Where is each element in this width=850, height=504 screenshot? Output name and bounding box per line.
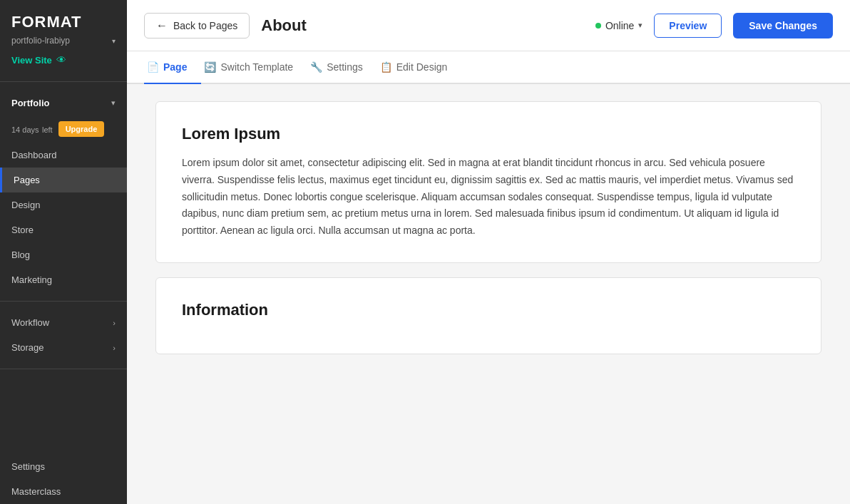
sidebar-item-dashboard[interactable]: Dashboard — [0, 143, 127, 168]
information-title: Information — [182, 301, 795, 319]
settings-label: Settings — [11, 461, 45, 472]
status-chevron-icon: ▾ — [638, 21, 642, 30]
switch-template-tab-label: Switch Template — [220, 61, 293, 73]
sidebar-blog-label: Blog — [11, 250, 30, 260]
trial-days: 14 days — [11, 125, 39, 134]
preview-button[interactable]: Preview — [654, 14, 722, 38]
sidebar-bottom: Settings Masterclass — [0, 454, 127, 504]
edit-design-tab-icon: 📋 — [380, 61, 392, 73]
sidebar-divider — [0, 81, 127, 82]
portfolio-section-header[interactable]: Portfolio ▾ — [0, 91, 127, 115]
sidebar-item-masterclass[interactable]: Masterclass — [0, 479, 127, 504]
portfolio-chevron-icon: ▾ — [111, 98, 116, 108]
sidebar-item-store[interactable]: Store — [0, 217, 127, 242]
masterclass-label: Masterclass — [11, 486, 61, 497]
status-row[interactable]: Online ▾ — [595, 20, 642, 31]
tab-page[interactable]: 📄 Page — [144, 51, 201, 84]
status-label: Online — [605, 20, 634, 31]
page-content: Lorem Ipsum Lorem ipsum dolor sit amet, … — [127, 84, 850, 504]
tabbar: 📄 Page 🔄 Switch Template 🔧 Settings 📋 Ed… — [127, 51, 850, 84]
sidebar-pages-label: Pages — [14, 175, 40, 185]
page-tab-label: Page — [163, 61, 187, 73]
upgrade-button[interactable]: Upgrade — [58, 121, 105, 137]
trial-banner: 14 days left Upgrade — [0, 115, 127, 143]
lorem-ipsum-card: Lorem Ipsum Lorem ipsum dolor sit amet, … — [155, 101, 821, 263]
sidebar-portfolio-section: Portfolio ▾ — [0, 91, 127, 115]
switch-template-tab-icon: 🔄 — [204, 61, 216, 73]
lorem-ipsum-body: Lorem ipsum dolor sit amet, consectetur … — [182, 155, 795, 240]
settings-tab-label: Settings — [327, 61, 363, 73]
sidebar-store-label: Store — [11, 225, 34, 235]
portfolio-row[interactable]: portfolio-lrabiyp ▾ — [11, 36, 116, 46]
brand-logo: FORMAT — [11, 13, 116, 31]
portfolio-name: portfolio-lrabiyp — [11, 36, 109, 46]
view-site-label: View Site — [11, 55, 52, 66]
information-card: Information — [155, 277, 821, 354]
sidebar-item-marketing[interactable]: Marketing — [0, 267, 127, 292]
sidebar-marketing-label: Marketing — [11, 274, 52, 285]
topbar: ← Back to Pages About Online ▾ Preview S… — [127, 0, 850, 51]
sidebar-divider-2 — [0, 301, 127, 302]
tab-edit-design[interactable]: 📋 Edit Design — [377, 51, 462, 84]
page-title: About — [261, 16, 584, 35]
sidebar-item-design[interactable]: Design — [0, 192, 127, 217]
tab-switch-template[interactable]: 🔄 Switch Template — [201, 51, 307, 84]
trial-text: 14 days left — [11, 123, 53, 135]
view-site-row[interactable]: View Site 👁 — [11, 54, 116, 66]
settings-tab-icon: 🔧 — [310, 61, 322, 73]
storage-chevron-icon: › — [113, 344, 116, 352]
sidebar: FORMAT portfolio-lrabiyp ▾ View Site 👁 P… — [0, 0, 127, 504]
main-panel: ← Back to Pages About Online ▾ Preview S… — [127, 0, 850, 504]
sidebar-design-label: Design — [11, 200, 40, 210]
back-to-pages-button[interactable]: ← Back to Pages — [144, 13, 250, 38]
sidebar-item-workflow[interactable]: Workflow › — [0, 310, 127, 335]
portfolio-section-label: Portfolio — [11, 98, 49, 108]
tab-settings[interactable]: 🔧 Settings — [307, 51, 377, 84]
storage-label: Storage — [11, 342, 44, 353]
save-changes-button[interactable]: Save Changes — [733, 13, 833, 38]
workflow-chevron-icon: › — [113, 319, 116, 327]
back-arrow-icon: ← — [156, 19, 168, 32]
page-tab-icon: 📄 — [147, 61, 159, 73]
back-label: Back to Pages — [173, 20, 237, 31]
sidebar-item-blog[interactable]: Blog — [0, 242, 127, 267]
status-dot-icon — [595, 23, 601, 29]
sidebar-header: FORMAT portfolio-lrabiyp ▾ View Site 👁 — [0, 0, 127, 73]
trial-left-label: left — [42, 125, 53, 134]
sidebar-item-pages[interactable]: Pages — [0, 168, 127, 192]
sidebar-item-settings[interactable]: Settings — [0, 454, 127, 479]
sidebar-divider-3 — [0, 369, 127, 369]
workflow-label: Workflow — [11, 317, 49, 328]
sidebar-item-storage[interactable]: Storage › — [0, 335, 127, 360]
sidebar-dashboard-label: Dashboard — [11, 150, 57, 160]
chevron-down-icon: ▾ — [112, 37, 116, 45]
lorem-ipsum-title: Lorem Ipsum — [182, 125, 795, 143]
eye-icon: 👁 — [56, 54, 66, 66]
edit-design-tab-label: Edit Design — [396, 61, 448, 73]
